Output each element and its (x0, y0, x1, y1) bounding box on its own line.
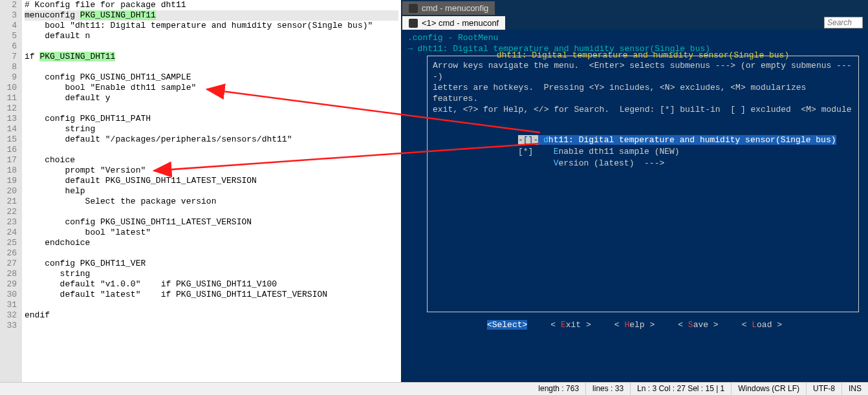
status-enc: UTF-8 (807, 383, 842, 395)
terminal-body[interactable]: .config - RootMenu → dht11: Digital temp… (401, 30, 868, 382)
menu-button-exit[interactable]: < Exit > (550, 320, 591, 330)
code-content[interactable]: # Kconfig file for package dht11menuconf… (22, 0, 401, 383)
menu-button-load[interactable]: < Load > (742, 320, 782, 330)
tab-label: <1> cmd - menuconf (422, 18, 499, 28)
menu-button-save[interactable]: < Save > (678, 320, 718, 330)
code-area[interactable]: 2345678910111213141516171819202122232425… (0, 0, 401, 383)
menu-button-select[interactable]: <Select> (487, 320, 527, 330)
code-editor: 2345678910111213141516171819202122232425… (0, 0, 401, 395)
status-ins: INS (842, 383, 868, 395)
menu-items: -[]- dht11: Digital temperature and humi… (428, 134, 858, 169)
terminal-tab-active[interactable]: <1> cmd - menuconf (402, 16, 505, 30)
terminal-icon (409, 4, 418, 13)
menu-help-text: Arrow keys navigate the menu. <Enter> se… (428, 60, 858, 115)
menuconfig-box: dht11: Digital temperature and humidity … (427, 56, 859, 312)
line-gutter: 2345678910111213141516171819202122232425… (0, 0, 22, 383)
status-bar: length : 763 lines : 33 Ln : 3 Col : 27 … (0, 382, 868, 395)
terminal-window: cmd - menuconfig <1> cmd - menuconf .con… (401, 0, 868, 395)
terminal-tab-bar-2: <1> cmd - menuconf (401, 15, 868, 30)
search-input[interactable] (824, 17, 863, 28)
terminal-tab-inactive[interactable]: cmd - menuconfig (402, 1, 495, 15)
terminal-tab-bar: cmd - menuconfig (401, 0, 868, 15)
terminal-icon (409, 19, 418, 28)
breadcrumb: .config - RootMenu (407, 32, 862, 43)
menu-item[interactable]: [*] Enable dth11 sample (NEW) (518, 146, 858, 158)
menu-item[interactable]: -[]- dht11: Digital temperature and humi… (518, 134, 858, 146)
status-length: length : 763 (532, 383, 586, 395)
status-pos: Ln : 3 Col : 27 Sel : 15 | 1 (631, 383, 732, 395)
menu-item[interactable]: Version (latest) ---> (518, 158, 858, 169)
menu-button-help[interactable]: < Help > (614, 320, 655, 330)
tab-label: cmd - menuconfig (422, 3, 488, 13)
status-lines: lines : 33 (586, 383, 631, 395)
menu-buttons: <Select>< Exit >< Help >< Save >< Load > (407, 320, 862, 330)
status-eol: Windows (CR LF) (732, 383, 807, 395)
